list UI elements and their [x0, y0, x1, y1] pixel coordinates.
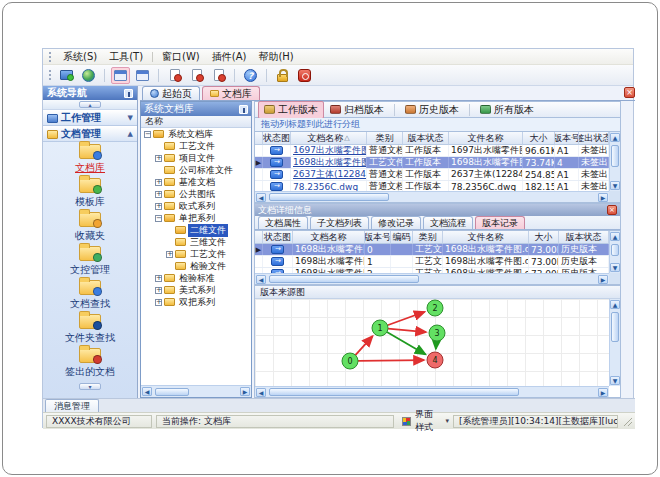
tree-column-header[interactable]: 名称: [141, 116, 251, 128]
document-name-link[interactable]: 1697出水嘴零件图.dwg: [293, 145, 367, 156]
tree-node[interactable]: +基准文档: [141, 176, 251, 188]
scroll-up-icon[interactable]: ▲: [610, 232, 620, 241]
sidebar-item-文件夹查找[interactable]: 文件夹查找: [43, 312, 137, 346]
expand-icon[interactable]: +: [155, 179, 162, 186]
tree-node[interactable]: −检验文件: [141, 260, 251, 272]
sidebar-item-文档查找[interactable]: 文档查找: [43, 278, 137, 312]
toolbar-button[interactable]: [57, 67, 76, 84]
scroll-left-icon[interactable]: ◀: [256, 388, 266, 397]
tree-node[interactable]: +双把系列: [141, 296, 251, 308]
detail-tab-文档属性[interactable]: 文档属性: [258, 216, 308, 229]
document-name-link[interactable]: 78.2356C.dwg: [293, 182, 358, 192]
column-header-文档名称[interactable]: 文档名称: [293, 231, 365, 244]
tab-起始页[interactable]: 起始页: [142, 86, 200, 100]
menu-item[interactable]: 工具(T): [103, 49, 149, 65]
column-header-版本状态[interactable]: 版本状态: [403, 132, 449, 145]
expand-icon[interactable]: +: [155, 275, 162, 282]
column-header-状态图[interactable]: 状态图: [263, 132, 291, 145]
toolbar-button[interactable]: [133, 67, 152, 84]
column-header-类别[interactable]: 类别: [367, 132, 403, 145]
column-header-文件名称[interactable]: 文件名称: [449, 132, 523, 145]
menu-item[interactable]: 帮助(H): [252, 49, 299, 65]
column-header-版本号[interactable]: 版本号: [365, 231, 391, 244]
chevron-up-icon[interactable]: ▴: [79, 101, 101, 108]
detail-tab-版本记录[interactable]: 版本记录: [475, 216, 525, 229]
toolbar-button[interactable]: [165, 67, 184, 84]
tree-node[interactable]: +美式系列: [141, 284, 251, 296]
pin-icon[interactable]: [124, 89, 133, 98]
scrollbar-thumb[interactable]: [611, 145, 619, 167]
scroll-left-icon[interactable]: ◀: [256, 275, 266, 284]
interface-style-icon[interactable]: [402, 417, 411, 426]
scrollbar-thumb[interactable]: [269, 193, 389, 201]
toolbar-button[interactable]: [295, 67, 314, 84]
scroll-right-icon[interactable]: ▶: [598, 275, 608, 284]
version-button-工作版本[interactable]: 工作版本: [258, 101, 324, 119]
scrollbar-thumb[interactable]: [269, 388, 519, 396]
column-header-签出状态[interactable]: 签出状态: [579, 132, 609, 145]
expand-icon[interactable]: +: [155, 155, 162, 162]
expand-icon[interactable]: +: [155, 299, 162, 306]
graph-horizontal-scrollbar[interactable]: ◀ ▶: [255, 386, 609, 397]
version-button-历史版本[interactable]: 历史版本: [399, 101, 465, 119]
grid-vertical-scrollbar[interactable]: ▲ ▼: [609, 132, 620, 191]
resize-grip[interactable]: [622, 416, 632, 426]
column-header-大小[interactable]: 大小: [523, 132, 555, 145]
tree-node[interactable]: −二维文件: [141, 224, 251, 236]
version-button-归档版本[interactable]: 归档版本: [324, 101, 390, 119]
detail-tab-子文档列表[interactable]: 子文档列表: [310, 216, 369, 229]
sidebar-group-文档管理[interactable]: 文档管理▲: [43, 126, 137, 142]
scroll-up-icon[interactable]: ▲: [610, 300, 620, 309]
scrollbar-thumb[interactable]: [611, 244, 619, 256]
chevron-up-icon[interactable]: ▲: [128, 130, 133, 138]
sidebar-item-收藏夹[interactable]: 收藏夹: [43, 210, 137, 244]
menu-drag-grip[interactable]: [49, 52, 52, 62]
scroll-down-icon[interactable]: ▼: [610, 181, 620, 190]
column-header-大小[interactable]: 大小: [529, 231, 559, 244]
menu-item[interactable]: 窗口(W): [156, 49, 206, 65]
graph-vertical-scrollbar[interactable]: ▲ ▼: [609, 299, 620, 386]
document-name-link[interactable]: 1698出水嘴零件图.dwg: [293, 157, 367, 168]
detail-tab-文档流程[interactable]: 文档流程: [423, 216, 473, 229]
message-management-tab[interactable]: 消息管理: [45, 399, 99, 412]
sidebar-collapse-strip[interactable]: ▴: [43, 100, 137, 110]
column-header-文档名称[interactable]: 文档名称△: [291, 132, 367, 145]
collapse-icon[interactable]: −: [144, 131, 151, 138]
scroll-down-icon[interactable]: ▼: [610, 376, 620, 385]
toolbar-button[interactable]: [209, 67, 228, 84]
tree-node[interactable]: −工艺文件: [141, 140, 251, 152]
column-header-版本号[interactable]: 版本号: [555, 132, 579, 145]
grid-horizontal-scrollbar[interactable]: ◀ ▶: [255, 273, 609, 284]
table-row[interactable]: 2637主体(12284).dwg普通文档工作版本2637主体(12284).d…: [255, 169, 609, 181]
tree-node[interactable]: −单把系列: [141, 212, 251, 224]
tree-node[interactable]: +公共图纸: [141, 188, 251, 200]
pin-icon[interactable]: [239, 105, 248, 114]
tree-node[interactable]: −三维文件: [141, 236, 251, 248]
expand-icon[interactable]: +: [155, 191, 162, 198]
tree-node[interactable]: +项目文件: [141, 152, 251, 164]
column-header-编码[interactable]: 编码: [391, 231, 413, 244]
chevron-down-icon[interactable]: ▾: [79, 383, 101, 390]
sidebar-group-工作管理[interactable]: 工作管理▼: [43, 110, 137, 126]
menu-item[interactable]: 插件(A): [206, 49, 253, 65]
column-header-类别[interactable]: 类别: [413, 231, 443, 244]
expand-icon[interactable]: +: [166, 251, 173, 258]
document-name-cell[interactable]: 78.2356C.dwg: [291, 181, 367, 191]
table-row[interactable]: ▶1698出水嘴零件图.dwg0工艺文件1698出水嘴零件图.dwg73.00K…: [255, 244, 609, 256]
tree-horizontal-scrollbar[interactable]: ◀ ▶: [141, 385, 251, 397]
expand-icon[interactable]: +: [155, 287, 162, 294]
toolbar-button[interactable]: [111, 67, 130, 84]
interface-style-label[interactable]: 界面样式: [415, 408, 441, 434]
scroll-down-icon[interactable]: ▼: [610, 263, 620, 272]
grid-horizontal-scrollbar[interactable]: ◀ ▶: [255, 191, 609, 202]
column-header-文件名称[interactable]: 文件名称: [443, 231, 529, 244]
document-name-cell[interactable]: 1698出水嘴零件图.dwg: [291, 157, 367, 168]
document-name-cell[interactable]: 1697出水嘴零件图.dwg: [291, 145, 367, 156]
expand-icon[interactable]: +: [155, 203, 162, 210]
scroll-up-icon[interactable]: ▲: [610, 133, 620, 142]
tab-文档库[interactable]: 文档库: [202, 86, 260, 100]
column-header-版本状态[interactable]: 版本状态: [559, 231, 609, 244]
sidebar-item-模板库[interactable]: 模板库: [43, 176, 137, 210]
toolbar-button[interactable]: [79, 67, 98, 84]
column-header-状态图[interactable]: 状态图: [263, 231, 293, 244]
